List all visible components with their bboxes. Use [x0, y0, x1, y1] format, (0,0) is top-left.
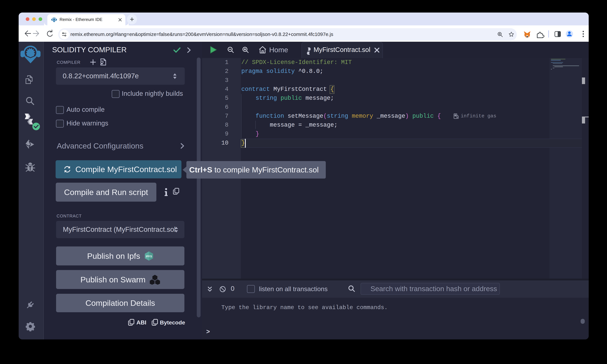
svg-text:IPFS: IPFS [146, 255, 152, 258]
